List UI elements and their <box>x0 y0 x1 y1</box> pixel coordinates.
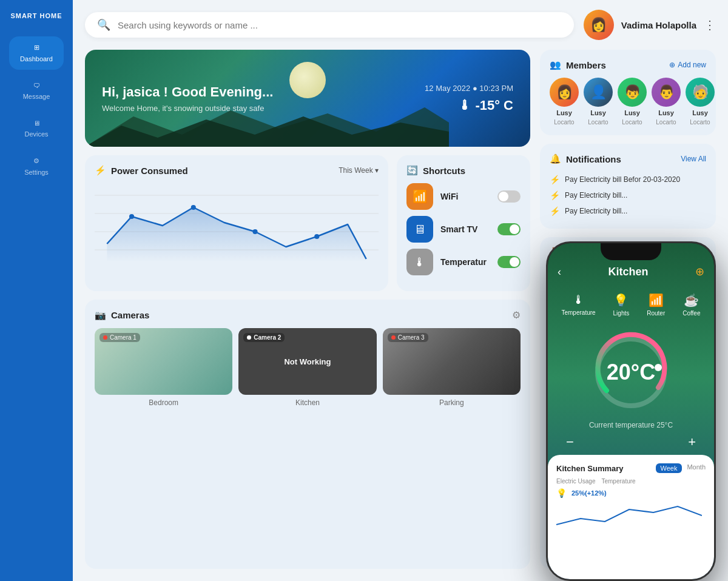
wifi-toggle[interactable] <box>497 190 521 203</box>
month-button[interactable]: Month <box>687 463 706 473</box>
banner-greeting: Hi, jasica ! Good Evening... <box>102 84 273 100</box>
add-new-button[interactable]: ⊕ Add new <box>669 61 706 69</box>
avatar: 👩 <box>584 10 614 40</box>
electric-row: 💡 25%(+12%) <box>556 488 706 498</box>
moon-decoration <box>289 62 326 98</box>
devices-icon: 🖥 <box>33 119 40 127</box>
members-row: 👩 Lusy Locarto 👤 Lusy Locarto 👦 Lusy Loc… <box>550 78 706 126</box>
welcome-banner: Hi, jasica ! Good Evening... Welcome Hom… <box>85 50 530 147</box>
phone-bottom-panel: Kitchen Summary Week Month Electric Usag… <box>548 455 714 579</box>
power-card-header: ⚡ Power Consumed This Week ▾ <box>95 165 379 176</box>
shortcuts-title: 🔄 Shortcuts <box>406 165 465 176</box>
header: 🔍 👩 Vadima Holapolla ⋮ <box>73 0 728 50</box>
notif-icon-2: ⚡ <box>550 190 560 200</box>
light-icon: 💡 <box>613 293 629 307</box>
power-title: ⚡ Power Consumed <box>95 165 188 176</box>
smarttv-icon: 🖥 <box>406 216 433 243</box>
sidebar-item-label: Devices <box>24 130 48 138</box>
temperature-toggle[interactable] <box>497 256 521 268</box>
member-2: 👤 Lusy Locarto <box>584 78 613 126</box>
sidebar-item-label: Dashboard <box>20 55 53 62</box>
week-month-toggle: Week Month <box>656 463 706 473</box>
sidebar-item-dashboard[interactable]: ⊞ Dashboard <box>9 36 64 70</box>
search-input[interactable] <box>118 20 562 30</box>
temp-plus-button[interactable]: + <box>688 434 696 450</box>
phone-screen: ‹ Kitchen ⊕ 🌡 Temperature 💡 Lights 📶 Rou… <box>548 243 714 579</box>
parking-feed: Camera 3 <box>383 328 521 395</box>
sidebar-item-message[interactable]: 🗨 Message <box>9 75 64 107</box>
parking-badge: Camera 3 <box>388 333 428 342</box>
phone-title: Kitchen <box>561 266 695 278</box>
members-card: 👥 Members ⊕ Add new 👩 Lusy Locarto <box>540 50 716 135</box>
control-temperature[interactable]: 🌡 Temperature <box>561 293 595 317</box>
search-bar[interactable]: 🔍 <box>85 12 574 38</box>
week-button[interactable]: Week <box>656 463 682 473</box>
svg-point-8 <box>252 229 257 234</box>
shortcut-smarttv: 🖥 Smart TV <box>406 216 521 243</box>
notif-icon-3: ⚡ <box>550 206 560 216</box>
bedroom-badge: Camera 1 <box>99 333 140 342</box>
search-icon: 🔍 <box>97 18 110 32</box>
view-all-button[interactable]: View All <box>681 155 706 163</box>
smarttv-toggle[interactable] <box>497 223 521 235</box>
sidebar-item-settings[interactable]: ⚙ Settings <box>9 150 64 183</box>
router-icon: 📶 <box>649 293 664 307</box>
member-avatar-4: 👨 <box>652 78 681 107</box>
control-coffee[interactable]: ☕ Coffee <box>682 293 700 317</box>
app-title: SMART HOME <box>10 12 62 19</box>
camera-kitchen: Camera 2 Not Working Kitchen <box>238 328 376 407</box>
banner-subtitle: Welcome Home, it's snowing outside stay … <box>102 104 273 113</box>
member-avatar-2: 👤 <box>584 78 613 107</box>
phone-temp-display: 20°C <box>548 324 714 421</box>
notification-2: ⚡ Pay Electricity bill... <box>550 187 706 203</box>
shortcuts-card: 🔄 Shortcuts 📶 WiFi 🖥 Smart TV <box>397 155 530 291</box>
week-selector[interactable]: This Week ▾ <box>339 166 379 175</box>
camera-parking: Camera 3 Parking <box>383 328 521 407</box>
member-5: 🧓 Lusy Locarto <box>686 78 715 126</box>
thermometer-icon: 🌡 <box>573 293 585 307</box>
cameras-icon: 📷 <box>95 310 106 321</box>
sidebar-item-label: Settings <box>24 169 49 176</box>
more-options-button[interactable]: ⋮ <box>704 18 716 32</box>
current-temp: Current temperature 25°C <box>548 421 714 434</box>
temp-minus-button[interactable]: − <box>566 434 574 450</box>
kitchen-status-dot <box>247 335 251 340</box>
phone-settings-icon[interactable]: ⊕ <box>695 265 704 278</box>
user-name: Vadima Holapolla <box>621 20 696 30</box>
notifications-card: 🔔 Notifications View All ⚡ Pay Electrici… <box>540 144 716 229</box>
camera-bedroom: Camera 1 Bedroom <box>95 328 232 407</box>
middle-row: ⚡ Power Consumed This Week ▾ <box>85 155 530 291</box>
notifications-header: 🔔 Notifications View All <box>550 153 706 164</box>
control-lights[interactable]: 💡 Lights <box>613 293 630 317</box>
cameras-title: 📷 Cameras <box>95 310 149 321</box>
member-avatar-3: 👦 <box>618 78 647 107</box>
bedroom-feed: Camera 1 <box>95 328 232 395</box>
shortcuts-icon: 🔄 <box>406 165 418 176</box>
cameras-header: 📷 Cameras ⚙ <box>95 309 521 321</box>
parking-status-dot <box>391 335 396 340</box>
phone-notch <box>601 243 661 260</box>
banner-left: Hi, jasica ! Good Evening... Welcome Hom… <box>102 84 273 113</box>
left-column: Hi, jasica ! Good Evening... Welcome Hom… <box>85 50 530 569</box>
control-router[interactable]: 📶 Router <box>647 293 665 317</box>
wifi-icon: 📶 <box>406 183 433 210</box>
kitchen-badge: Camera 2 <box>243 333 285 342</box>
member-avatar-5: 🧓 <box>686 78 715 107</box>
phone-mockup: ‹ Kitchen ⊕ 🌡 Temperature 💡 Lights 📶 Rou… <box>546 241 716 581</box>
coffee-icon: ☕ <box>684 293 699 307</box>
notif-icon-1: ⚡ <box>550 175 560 184</box>
bell-icon: 🔔 <box>550 153 561 164</box>
summary-chart <box>556 500 702 531</box>
shortcut-temperature: 🌡 Temperatur <box>406 249 521 275</box>
sidebar-item-devices[interactable]: 🖥 Devices <box>9 112 64 145</box>
plus-icon: ⊕ <box>669 61 675 69</box>
bulb-icon: 💡 <box>556 488 567 498</box>
cameras-settings-icon[interactable]: ⚙ <box>512 309 521 321</box>
svg-point-7 <box>191 205 196 210</box>
temp-value-display: 20°C <box>607 360 655 385</box>
members-icon: 👥 <box>550 59 561 70</box>
summary-title: Kitchen Summary <box>556 464 624 473</box>
bedroom-status-dot <box>103 335 107 340</box>
sidebar-item-label: Message <box>23 93 50 100</box>
message-icon: 🗨 <box>33 82 40 89</box>
